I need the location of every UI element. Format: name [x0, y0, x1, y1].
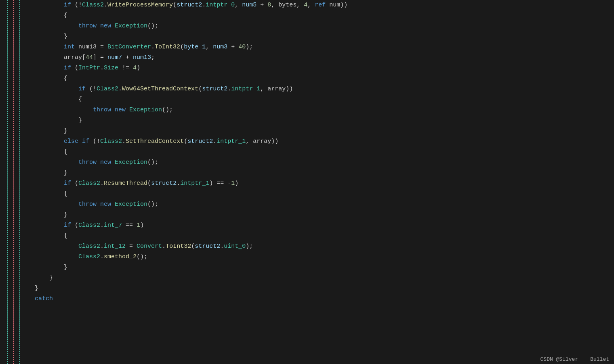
token: !=: [118, 65, 133, 71]
token: Exception: [115, 159, 147, 166]
token: .: [177, 180, 180, 187]
code-line: int num13 = BitConverter.ToInt32(byte_1,…: [27, 42, 614, 52]
token: {: [27, 96, 82, 103]
line-content: }: [27, 262, 614, 273]
bottom-bar: CSDN @Silver Bullet: [536, 355, 614, 364]
token: Class2: [78, 253, 100, 260]
token: BitConverter: [107, 44, 151, 50]
code-line: else if (!Class2.SetThreadContext(struct…: [27, 136, 614, 147]
token: new: [100, 23, 111, 29]
token: intptr_1: [217, 138, 246, 145]
code-line: }: [27, 31, 614, 42]
code-line: {: [27, 147, 614, 157]
token: struct2: [202, 86, 227, 92]
token: [78, 138, 82, 145]
vline-teal-2: [19, 0, 20, 364]
line-content: array[44] = num7 + num13;: [27, 52, 614, 63]
code-line: throw new Exception();: [27, 199, 614, 210]
line-content: }: [27, 273, 614, 283]
token: [111, 23, 115, 29]
token: ): [137, 65, 140, 71]
token: ();: [147, 159, 158, 166]
token: Convert: [137, 243, 162, 250]
token: (: [184, 138, 187, 145]
token: }: [27, 285, 38, 292]
line-content: throw new Exception();: [27, 199, 614, 210]
token: +: [257, 2, 267, 8]
token: ResumeThread: [104, 180, 147, 187]
token: .: [104, 2, 107, 8]
line-content: throw new Exception();: [27, 21, 614, 31]
token: throw: [93, 107, 111, 113]
token: ();: [162, 107, 173, 113]
token: Exception: [129, 107, 162, 113]
code-line: }: [27, 273, 614, 283]
token: if: [82, 138, 89, 145]
token: , array)): [246, 138, 278, 145]
token: );: [246, 44, 253, 50]
token: [27, 243, 78, 250]
token: [27, 201, 78, 208]
token: );: [246, 243, 253, 250]
token: (: [71, 180, 78, 187]
token: {: [27, 190, 67, 197]
token: num13: [133, 54, 151, 61]
token: .: [100, 222, 104, 229]
token: [27, 159, 78, 166]
token: ,: [235, 2, 242, 8]
line-content: if (!Class2.Wow64SetThreadContext(struct…: [27, 84, 614, 94]
code-line: throw new Exception();: [27, 105, 614, 115]
token: (: [173, 2, 177, 8]
token: .: [220, 243, 224, 250]
line-content: }: [27, 168, 614, 178]
token: .: [151, 44, 155, 50]
token: [27, 65, 64, 71]
token: {: [27, 232, 67, 239]
token: [27, 253, 78, 260]
code-line: {: [27, 189, 614, 199]
token: num5: [242, 2, 257, 8]
token: num13 =: [75, 44, 107, 50]
code-line: array[44] = num7 + num13;: [27, 52, 614, 63]
token: Class2: [78, 222, 100, 229]
token: (!: [86, 86, 97, 92]
token: else: [64, 138, 78, 145]
token: ,: [307, 2, 315, 8]
token: num7: [107, 54, 122, 61]
token: Class2: [82, 2, 104, 8]
token: struct2: [187, 138, 213, 145]
line-content: throw new Exception();: [27, 157, 614, 168]
token: , bytes,: [271, 2, 304, 8]
token: ] =: [93, 54, 107, 61]
token: {: [27, 12, 67, 19]
token: ref: [315, 2, 326, 8]
token: Class2: [100, 138, 122, 145]
token: .: [227, 86, 231, 92]
line-decorators-area: [3, 0, 23, 364]
token: num3: [213, 44, 227, 50]
line-content: {: [27, 10, 614, 21]
token: if: [64, 180, 71, 187]
code-line: if (IntPtr.Size != 4): [27, 63, 614, 73]
token: uint_0: [224, 243, 246, 250]
token: throw: [78, 23, 97, 29]
line-content: }: [27, 210, 614, 220]
token: 1: [231, 180, 235, 187]
line-content: {: [27, 231, 614, 241]
token: byte_1: [184, 44, 206, 50]
code-line: Class2.smethod_2();: [27, 252, 614, 262]
token: [97, 159, 100, 166]
code-content[interactable]: if (!Class2.WriteProcessMemory(struct2.i…: [23, 0, 614, 364]
token: num)): [326, 2, 347, 8]
token: intptr_1: [231, 86, 260, 92]
token: new: [100, 201, 111, 208]
token: [27, 107, 93, 113]
token: int_12: [104, 243, 126, 250]
line-content: else if (!Class2.SetThreadContext(struct…: [27, 136, 614, 147]
line-content: }: [27, 126, 614, 136]
token: [27, 44, 64, 50]
line-content: {: [27, 73, 614, 84]
token: if: [64, 65, 71, 71]
token: Exception: [115, 23, 147, 29]
code-editor: if (!Class2.WriteProcessMemory(struct2.i…: [0, 0, 614, 364]
